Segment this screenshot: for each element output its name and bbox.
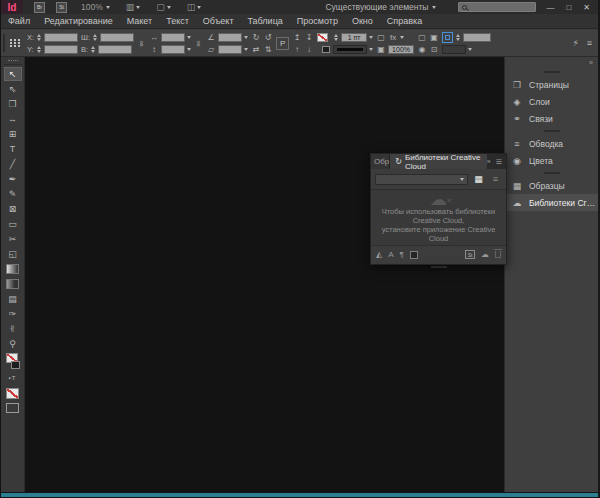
menu-item-редактирование[interactable]: Редактирование xyxy=(37,16,120,26)
gap-tool[interactable]: ↔ xyxy=(4,112,22,126)
formatting-toggles[interactable]: ▪T xyxy=(4,371,22,385)
fill-color-swatch[interactable] xyxy=(322,46,330,53)
wrap-jump-button[interactable]: ⊡ xyxy=(429,45,439,54)
character-style-icon[interactable]: A xyxy=(388,250,393,259)
flip-horizontal-button[interactable]: ⇄ xyxy=(251,45,261,54)
stroke-type-dropdown[interactable] xyxy=(333,45,367,54)
frame-fitting-icon[interactable] xyxy=(442,32,453,43)
flip-vertical-button[interactable]: ⇅ xyxy=(263,45,273,54)
type-tool[interactable]: T xyxy=(4,142,22,156)
constrain-scale-chain-icon[interactable]: ∞ xyxy=(194,39,203,48)
dock-group-grip[interactable] xyxy=(544,172,560,174)
shear-angle-field[interactable] xyxy=(218,45,242,54)
chevron-down-icon[interactable] xyxy=(369,36,373,39)
dock-item-слои[interactable]: ◈Слои xyxy=(505,93,598,110)
stroke-color-swatch[interactable] xyxy=(317,33,328,42)
collapse-dock-chevrons-icon[interactable]: » xyxy=(589,59,593,66)
y-field[interactable] xyxy=(44,45,78,54)
reference-point-proxy[interactable] xyxy=(10,39,21,47)
gradient-feather-tool[interactable] xyxy=(4,277,22,291)
fill-stroke-swatches[interactable] xyxy=(4,352,22,370)
drop-shadow-button[interactable]: ▢ xyxy=(417,33,427,42)
width-stepper[interactable] xyxy=(92,32,98,42)
tab-swatches-partial[interactable]: Обр xyxy=(371,154,390,169)
dock-item-обводка[interactable]: ≡Обводка xyxy=(505,135,598,152)
menu-item-просмотр[interactable]: Просмотр xyxy=(290,16,345,26)
dock-item-библиотеки-creative-[interactable]: ☁Библиотеки Creative ... xyxy=(505,194,598,211)
height-field[interactable] xyxy=(98,45,132,54)
menu-item-объект[interactable]: Объект xyxy=(196,16,241,26)
maximize-button[interactable]: □ xyxy=(566,3,571,12)
distribute-down-button[interactable]: ↓ xyxy=(304,45,314,54)
menu-item-макет[interactable]: Макет xyxy=(120,16,159,26)
dock-group-grip[interactable] xyxy=(544,71,560,73)
menu-item-окно[interactable]: Окно xyxy=(345,16,380,26)
paragraph-style-icon[interactable]: ¶ xyxy=(400,250,404,259)
eyedropper-tool[interactable]: ✑ xyxy=(4,307,22,321)
document-canvas[interactable] xyxy=(25,57,504,492)
minimize-button[interactable]: — xyxy=(546,3,554,12)
selection-tool[interactable]: ↖ xyxy=(4,67,22,81)
select-container-button[interactable]: P xyxy=(276,37,289,50)
quick-apply-icon[interactable]: ⚡ xyxy=(572,38,578,48)
search-input[interactable] xyxy=(458,2,536,12)
menu-item-справка[interactable]: Справка xyxy=(380,16,429,26)
delete-icon[interactable] xyxy=(495,251,501,258)
chevron-down-icon[interactable] xyxy=(400,36,404,39)
line-tool[interactable]: ╱ xyxy=(4,157,22,171)
opacity-field[interactable]: 100% xyxy=(388,45,414,54)
expand-panel-chevrons-icon[interactable]: » xyxy=(487,158,491,165)
pen-tool[interactable]: ✒ xyxy=(4,172,22,186)
content-collector-tool[interactable]: ⊞ xyxy=(4,127,22,141)
note-tool[interactable]: ▤ xyxy=(4,292,22,306)
pencil-tool[interactable]: ✎ xyxy=(4,187,22,201)
direct-selection-tool[interactable]: ⇖ xyxy=(4,82,22,96)
x-stepper[interactable] xyxy=(36,32,42,42)
y-stepper[interactable] xyxy=(36,44,42,54)
adobe-stock-icon[interactable]: St xyxy=(465,250,475,259)
fitting-options-dropdown[interactable] xyxy=(442,45,466,54)
arrange-documents-dropdown[interactable]: ◫ xyxy=(187,2,202,12)
close-button[interactable]: ✕ xyxy=(583,3,590,12)
view-options-dropdown[interactable]: ▥ xyxy=(126,2,141,12)
height-stepper[interactable] xyxy=(90,44,96,54)
rectangle-tool[interactable]: ▭ xyxy=(4,217,22,231)
rotation-angle-field[interactable] xyxy=(218,33,242,42)
workspace-switcher[interactable]: Существующие элементы xyxy=(325,2,436,12)
stroke-weight-stepper[interactable] xyxy=(333,32,339,42)
menu-item-текст[interactable]: Текст xyxy=(159,16,196,26)
screen-mode-button[interactable] xyxy=(4,401,22,415)
dock-item-страницы[interactable]: ❐Страницы xyxy=(505,76,598,93)
corner-options-icon[interactable]: ▢ xyxy=(376,33,386,42)
dock-item-цвета[interactable]: ◉Цвета xyxy=(505,152,598,169)
hand-tool[interactable]: ✌ xyxy=(4,322,22,336)
share-library-icon[interactable]: ☁ xyxy=(481,250,489,259)
bridge-icon[interactable]: Br xyxy=(34,2,45,13)
rotate-ccw-button[interactable]: ↺ xyxy=(263,33,273,42)
wrap-shape-button[interactable]: ◉ xyxy=(417,45,427,54)
library-select-dropdown[interactable] xyxy=(375,174,468,185)
panel-grip[interactable] xyxy=(3,34,5,52)
panel-menu-icon[interactable]: ☰ xyxy=(496,158,502,166)
align-bottom-button[interactable]: ↧ xyxy=(304,33,314,42)
add-graphic-icon[interactable]: ◭ xyxy=(376,250,382,259)
scale-x-field[interactable] xyxy=(161,33,185,42)
dock-group-grip[interactable] xyxy=(544,130,560,132)
screen-mode-dropdown[interactable]: ▢ xyxy=(156,2,171,12)
stroke-weight-field[interactable]: 1 пт xyxy=(341,33,367,42)
free-transform-tool[interactable]: ◱ xyxy=(4,247,22,261)
menu-item-файл[interactable]: Файл xyxy=(1,16,37,26)
width-field[interactable] xyxy=(100,33,134,42)
dock-item-связи[interactable]: ⚭Связи xyxy=(505,110,598,127)
effects-button[interactable]: fx xyxy=(388,33,398,42)
page-tool[interactable]: ❐ xyxy=(4,97,22,111)
constrain-dimensions-chain-icon[interactable]: ∞ xyxy=(137,39,146,48)
tools-panel-grip[interactable] xyxy=(8,60,18,62)
wrap-none-button[interactable]: ▣ xyxy=(429,33,439,42)
grid-view-button[interactable]: ▦ xyxy=(472,173,485,186)
scissors-tool[interactable]: ✂ xyxy=(4,232,22,246)
zoom-tool[interactable]: ⚲ xyxy=(4,337,22,351)
dock-item-образцы[interactable]: ▦Образцы xyxy=(505,177,598,194)
rotate-cw-button[interactable]: ↻ xyxy=(251,33,261,42)
frame-fitting-field[interactable] xyxy=(463,33,491,42)
